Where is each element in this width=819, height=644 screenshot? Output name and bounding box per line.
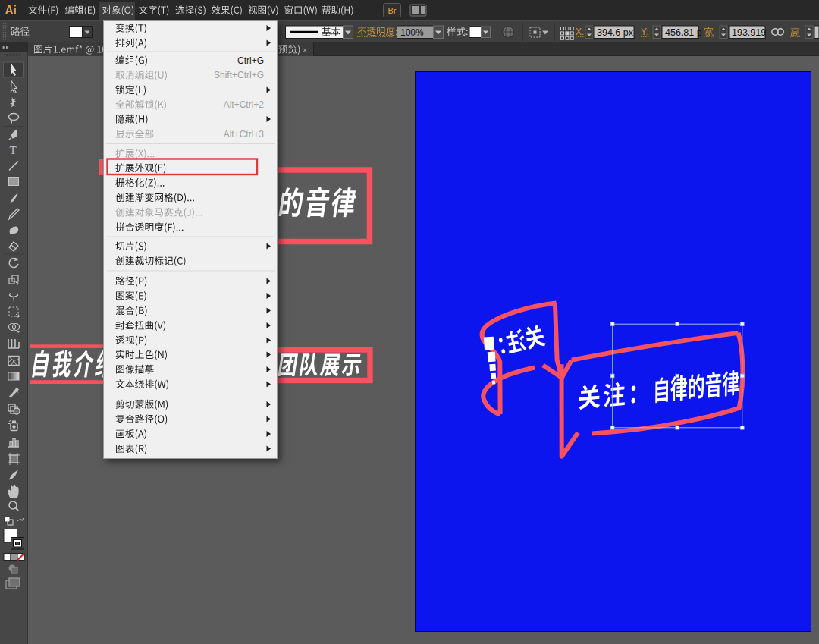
svg-text:Alt+Ctrl+2: Alt+Ctrl+2 [224, 99, 265, 110]
svg-text:Alt+Ctrl+3: Alt+Ctrl+3 [224, 129, 265, 140]
svg-text:Ctrl+G: Ctrl+G [237, 55, 264, 66]
svg-text:Shift+Ctrl+G: Shift+Ctrl+G [214, 70, 264, 80]
